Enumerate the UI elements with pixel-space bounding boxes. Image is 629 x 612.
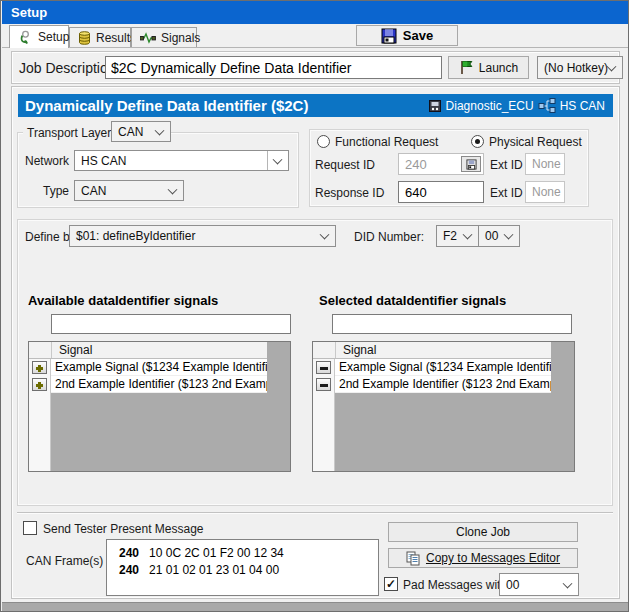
- network-value: HS CAN: [81, 154, 126, 168]
- response-id-value: 640: [405, 185, 427, 200]
- save-button[interactable]: Save: [356, 25, 458, 46]
- type-select[interactable]: CAN: [74, 180, 184, 201]
- frame-bytes: 21 01 02 01 23 01 04 00: [149, 563, 279, 577]
- job-description-input[interactable]: [105, 56, 442, 79]
- can-frames-label: CAN Frame(s): [26, 554, 103, 568]
- request-ext-id-field[interactable]: None: [525, 153, 565, 175]
- did-low-byte-select[interactable]: 00: [478, 225, 520, 247]
- define-by-select[interactable]: $01: defineByIdentifier: [69, 225, 336, 247]
- title-bar: Setup: [2, 1, 629, 24]
- signals-waveform-icon: [140, 32, 156, 44]
- job-description-label: Job Description: [19, 60, 116, 76]
- window-bottom-frame: [2, 602, 629, 612]
- did-high-byte-select[interactable]: F2: [436, 225, 479, 247]
- hotkey-select[interactable]: (No Hotkey): [537, 56, 623, 79]
- footer-divider: [17, 512, 613, 514]
- save-floppy-icon: [381, 28, 397, 44]
- request-id-field[interactable]: 240: [398, 153, 484, 175]
- tab-setup-label: Setup: [38, 30, 69, 44]
- add-signal-button[interactable]: [32, 378, 47, 391]
- chevron-down-icon: [504, 230, 514, 240]
- define-by-value: $01: defineByIdentifier: [76, 229, 195, 243]
- header-target-info: Diagnostic_ECU HS CAN: [428, 94, 605, 117]
- tester-present-checkbox[interactable]: [23, 521, 37, 535]
- tester-present-label[interactable]: Send Tester Present Message: [43, 522, 204, 536]
- type-label: Type: [23, 184, 69, 198]
- chevron-down-icon: [607, 61, 617, 71]
- response-id-label: Response ID: [315, 186, 384, 200]
- ecu-chip-icon: [428, 99, 442, 113]
- list-gutter: [29, 359, 51, 471]
- functional-request-radio[interactable]: [317, 135, 330, 148]
- remove-signal-button[interactable]: [316, 361, 331, 374]
- launch-button-label: Launch: [479, 61, 518, 75]
- can-frames-box: 24010 0C 2C 01 F2 00 12 34 24021 01 02 0…: [106, 539, 379, 596]
- section-header: Dynamically Define Data Identifier ($2C)…: [18, 94, 613, 117]
- type-value: CAN: [81, 184, 106, 198]
- transport-layer-label: Transport Layer: [23, 126, 115, 140]
- pad-byte-select[interactable]: 00: [499, 573, 579, 596]
- request-ext-id-value: None: [532, 157, 561, 171]
- physical-request-radio[interactable]: [471, 135, 484, 148]
- list-gutter: [313, 359, 335, 471]
- chevron-down-icon: [273, 154, 283, 164]
- did-number-label: DID Number:: [354, 230, 424, 244]
- window-title: Setup: [11, 5, 47, 20]
- tabstrip-divider: [2, 47, 629, 48]
- chevron-down-icon: [463, 230, 473, 240]
- list-item[interactable]: Example Signal ($1234 Example Identifier…: [51, 359, 267, 376]
- selected-signals-list: Signal Example Signal ($1234 Example Ide…: [312, 341, 575, 472]
- network-select[interactable]: HS CAN: [74, 150, 289, 171]
- did-high-byte-value: F2: [443, 229, 457, 243]
- pad-messages-checkbox[interactable]: [384, 577, 398, 591]
- save-button-label: Save: [403, 28, 433, 43]
- launch-flag-icon: [459, 60, 473, 75]
- network-nodes-icon: [538, 98, 556, 113]
- results-database-icon: [78, 31, 91, 45]
- available-filter-input[interactable]: [51, 314, 291, 334]
- transport-layer-select[interactable]: CAN: [111, 121, 171, 142]
- request-id-value: 240: [405, 157, 427, 172]
- network-label: Network: [23, 154, 69, 168]
- list-item[interactable]: 2nd Example Identifier ($123 2nd Example…: [51, 376, 267, 393]
- clone-job-button[interactable]: Clone Job: [388, 522, 578, 542]
- section-title: Dynamically Define Data Identifier ($2C): [18, 97, 308, 114]
- list-header: Signal: [29, 342, 267, 359]
- pad-messages-label[interactable]: Pad Messages with: [403, 578, 507, 592]
- tab-signals-label: Signals: [161, 31, 200, 45]
- remove-signal-button[interactable]: [316, 378, 331, 391]
- physical-request-label[interactable]: Physical Request: [489, 135, 582, 149]
- request-id-save-button[interactable]: [461, 156, 481, 172]
- mini-floppy-icon: [466, 159, 477, 170]
- launch-button[interactable]: Launch: [448, 56, 529, 79]
- functional-request-label[interactable]: Functional Request: [335, 135, 438, 149]
- add-signal-button[interactable]: [32, 361, 47, 374]
- copy-to-messages-editor-label: Copy to Messages Editor: [426, 551, 560, 565]
- selected-signals-title: Selected dataIdentifier signals: [319, 293, 506, 308]
- hotkey-value: (No Hotkey): [544, 61, 608, 75]
- request-ext-id-label: Ext ID: [490, 158, 523, 172]
- chevron-down-icon: [320, 230, 330, 240]
- selected-filter-input[interactable]: [332, 314, 572, 334]
- setup-hook-icon: [18, 30, 33, 45]
- response-id-field[interactable]: 640: [398, 181, 484, 203]
- chevron-down-icon: [563, 578, 573, 588]
- copy-pages-icon: [406, 551, 420, 566]
- list-item[interactable]: Example Signal ($1234 Example Identifier…: [335, 359, 551, 376]
- frame-bytes: 10 0C 2C 01 F2 00 12 34: [149, 546, 284, 560]
- frame-id: 240: [119, 563, 139, 577]
- copy-to-messages-editor-button[interactable]: Copy to Messages Editor: [388, 548, 578, 568]
- response-ext-id-field[interactable]: None: [525, 181, 565, 203]
- chevron-down-icon: [168, 184, 178, 194]
- available-signals-list: Signal Example Signal ($1234 Example Ide…: [28, 341, 291, 472]
- tab-signals[interactable]: Signals: [131, 27, 197, 48]
- tab-setup[interactable]: Setup: [9, 25, 69, 48]
- can-frame-line: 24010 0C 2C 01 F2 00 12 34: [119, 545, 378, 562]
- list-item[interactable]: 2nd Example Identifier ($123 2nd Example…: [335, 376, 551, 393]
- transport-layer-value: CAN: [118, 125, 143, 139]
- signal-column-header: Signal: [51, 342, 267, 358]
- ecu-name: Diagnostic_ECU: [446, 99, 534, 113]
- tab-results[interactable]: Results: [69, 27, 131, 48]
- chevron-down-icon: [155, 125, 165, 135]
- response-ext-id-label: Ext ID: [490, 186, 523, 200]
